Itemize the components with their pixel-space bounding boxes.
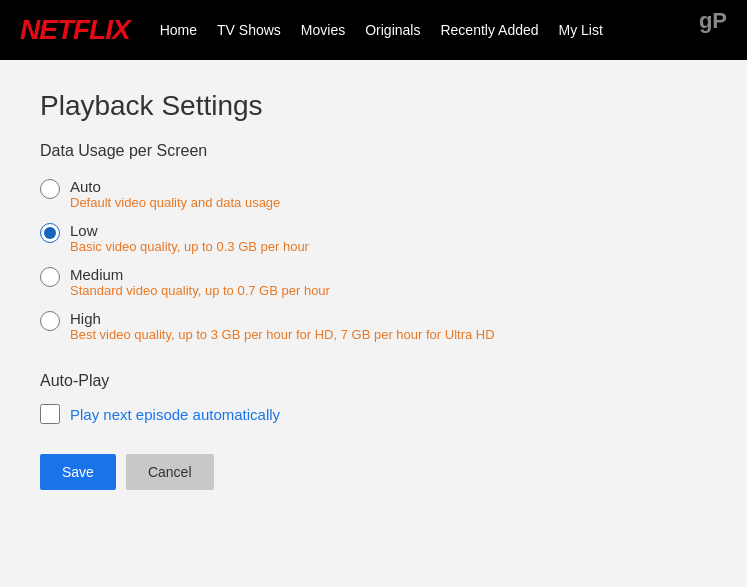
header: NETFLIX Home TV Shows Movies Originals R… bbox=[0, 0, 747, 60]
cancel-button[interactable]: Cancel bbox=[126, 454, 214, 490]
nav-item-my-list[interactable]: My List bbox=[559, 22, 603, 38]
button-group: Save Cancel bbox=[40, 454, 707, 490]
gp-watermark: gP bbox=[699, 8, 727, 34]
radio-auto-desc: Default video quality and data usage bbox=[70, 195, 280, 210]
radio-low-desc: Basic video quality, up to 0.3 GB per ho… bbox=[70, 239, 309, 254]
autoplay-checkbox-label: Play next episode automatically bbox=[70, 406, 280, 423]
autoplay-checkbox[interactable] bbox=[40, 404, 60, 424]
netflix-logo[interactable]: NETFLIX bbox=[20, 14, 130, 46]
nav-item-originals[interactable]: Originals bbox=[365, 22, 420, 38]
radio-auto[interactable] bbox=[40, 179, 60, 199]
page-title: Playback Settings bbox=[40, 90, 707, 122]
main-content: Playback Settings Data Usage per Screen … bbox=[0, 60, 747, 520]
autoplay-checkbox-item[interactable]: Play next episode automatically bbox=[40, 404, 707, 424]
nav-item-home[interactable]: Home bbox=[160, 22, 197, 38]
data-usage-section: Data Usage per Screen Auto Default video… bbox=[40, 142, 707, 342]
radio-item-high[interactable]: High Best video quality, up to 3 GB per … bbox=[40, 310, 707, 342]
radio-high[interactable] bbox=[40, 311, 60, 331]
radio-high-desc: Best video quality, up to 3 GB per hour … bbox=[70, 327, 495, 342]
autoplay-section: Auto-Play Play next episode automaticall… bbox=[40, 372, 707, 424]
nav-item-recently-added[interactable]: Recently Added bbox=[440, 22, 538, 38]
radio-medium-desc: Standard video quality, up to 0.7 GB per… bbox=[70, 283, 330, 298]
nav-item-movies[interactable]: Movies bbox=[301, 22, 345, 38]
main-nav: Home TV Shows Movies Originals Recently … bbox=[160, 22, 603, 38]
save-button[interactable]: Save bbox=[40, 454, 116, 490]
data-usage-title: Data Usage per Screen bbox=[40, 142, 707, 160]
radio-high-label: High bbox=[70, 310, 495, 327]
radio-item-auto[interactable]: Auto Default video quality and data usag… bbox=[40, 178, 707, 210]
radio-medium[interactable] bbox=[40, 267, 60, 287]
autoplay-title: Auto-Play bbox=[40, 372, 707, 390]
radio-item-low[interactable]: Low Basic video quality, up to 0.3 GB pe… bbox=[40, 222, 707, 254]
nav-item-tv-shows[interactable]: TV Shows bbox=[217, 22, 281, 38]
radio-medium-label: Medium bbox=[70, 266, 330, 283]
radio-auto-label: Auto bbox=[70, 178, 280, 195]
radio-item-medium[interactable]: Medium Standard video quality, up to 0.7… bbox=[40, 266, 707, 298]
radio-low-label: Low bbox=[70, 222, 309, 239]
radio-low[interactable] bbox=[40, 223, 60, 243]
data-usage-radio-group: Auto Default video quality and data usag… bbox=[40, 178, 707, 342]
